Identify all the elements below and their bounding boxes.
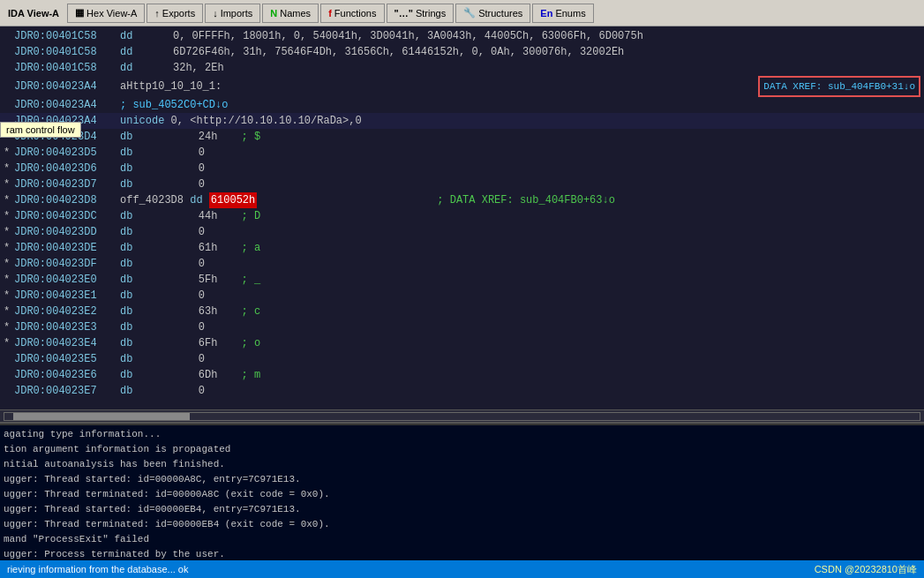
structures-tab[interactable]: 🔧 Structures — [455, 4, 530, 23]
address: JDR0:00401C58 — [14, 28, 120, 44]
console-line: mand "ProcessExit" failed — [4, 532, 920, 547]
console-line: ugger: Thread terminated: id=00000EB4 (e… — [4, 517, 920, 532]
address: JDR0:004023E6 — [14, 367, 120, 383]
enums-tab[interactable]: En Enums — [532, 4, 593, 23]
bullet: * — [4, 288, 14, 304]
bullet — [4, 28, 14, 44]
horizontal-scrollbar[interactable] — [0, 409, 924, 422]
toolbar: IDA View-A ▦ Hex View-A ↑ Exports ↓ Impo… — [0, 0, 924, 26]
hscroll-thumb[interactable] — [13, 413, 190, 420]
bullet — [4, 351, 14, 367]
bullet: * — [4, 192, 14, 208]
mnemonic: dd — [120, 60, 173, 76]
mnemonic: db — [120, 288, 173, 304]
strings-label: Strings — [416, 8, 446, 19]
exports-icon: ↑ — [154, 8, 160, 19]
status-text-left: rieving information from the database...… — [7, 564, 188, 574]
address: JDR0:004023A4 — [14, 79, 120, 94]
operand: 0 — [173, 224, 920, 240]
operand: 0 — [173, 383, 920, 399]
structures-label: Structures — [478, 8, 522, 19]
bullet: * — [4, 176, 14, 192]
main-content: ram control flow JDR0:00401C58 dd 0, 0FF… — [0, 26, 924, 578]
mnemonic: db — [120, 176, 173, 192]
exports-tab[interactable]: ↑ Exports — [146, 4, 203, 23]
address: JDR0:004023E3 — [14, 319, 120, 335]
mnemonic: db — [120, 383, 173, 399]
mnemonic: db — [120, 319, 173, 335]
address: JDR0:004023D8 — [14, 192, 120, 208]
address: JDR0:004023A4 — [14, 97, 120, 113]
imports-tab[interactable]: ↓ Imports — [205, 4, 260, 23]
console-line: tion argument information is propagated — [4, 442, 920, 457]
address: JDR0:004023E0 — [14, 272, 120, 288]
address: JDR0:004023D5 — [14, 145, 120, 161]
mnemonic: db — [120, 367, 173, 383]
names-icon: N — [270, 8, 277, 19]
label-name: aHttp10_10_10_1: — [120, 79, 222, 94]
asm-line: * JDR0:004023E1 db 0 — [0, 288, 924, 304]
address: JDR0:00401C58 — [14, 44, 120, 60]
names-label: Names — [280, 8, 311, 19]
structures-icon: 🔧 — [463, 7, 476, 19]
address: JDR0:004023D7 — [14, 176, 120, 192]
asm-line: JDR0:004023A4 aHttp10_10_10_1: DATA XREF… — [0, 76, 924, 97]
status-text-right: CSDN @20232810首峰 — [815, 563, 917, 576]
asm-line: JDR0:00401C58 dd 32h, 2Eh — [0, 60, 924, 76]
console-line: agating type information... — [4, 427, 920, 442]
console-line: ugger: Process terminated by the user. — [4, 547, 920, 560]
hex-label: Hex View-A — [86, 8, 137, 19]
status-bar: rieving information from the database...… — [0, 560, 924, 578]
ram-control-tooltip: ram control flow — [0, 122, 81, 138]
xref-box: DATA XREF: sub_404FB0+31↓o — [758, 76, 920, 97]
asm-line: * JDR0:004023DD db 0 — [0, 224, 924, 240]
asm-line: JDR0:004023A4 ; sub_4052C0+CD↓o — [0, 97, 924, 113]
mnemonic: db — [120, 351, 173, 367]
bullet — [4, 383, 14, 399]
mnemonic: db — [120, 208, 173, 224]
mnemonic: dd — [120, 28, 173, 44]
address: JDR0:004023D6 — [14, 161, 120, 176]
asm-line: * JDR0:004023DF db 0 — [0, 256, 924, 272]
operand: 0 — [173, 319, 920, 335]
asm-line: JDR0:004023E5 db 0 — [0, 351, 924, 367]
address: JDR0:004023DD — [14, 224, 120, 240]
mnemonic: db — [120, 224, 173, 240]
mnemonic: db — [120, 256, 173, 272]
operand: 32h, 2Eh — [173, 60, 920, 76]
imports-icon: ↓ — [213, 8, 218, 19]
bullet — [4, 60, 14, 76]
bullet — [4, 367, 14, 383]
asm-line: JDR0:004023E7 db 0 — [0, 383, 924, 399]
bullet — [4, 44, 14, 60]
hex-view-tab[interactable]: ▦ Hex View-A — [67, 4, 145, 23]
asm-line: * JDR0:004023D7 db 0 — [0, 176, 924, 192]
enums-icon: En — [540, 8, 552, 19]
mnemonic: db — [120, 335, 173, 351]
mnemonic: db — [120, 272, 173, 288]
operand: 6D726F46h, 31h, 75646F4Dh, 31656Ch, 6144… — [173, 44, 920, 60]
xref-sub-comment: ; sub_4052C0+CD↓o — [120, 97, 228, 113]
bullet: * — [4, 319, 14, 335]
strings-tab[interactable]: "…" Strings — [387, 4, 454, 23]
asm-line: * JDR0:004023E0 db 5Fh ; _ — [0, 272, 924, 288]
operand: 0 — [173, 161, 920, 176]
ida-disassembly-view[interactable]: ram control flow JDR0:00401C58 dd 0, 0FF… — [0, 26, 924, 424]
disassembly-content: ram control flow JDR0:00401C58 dd 0, 0FF… — [0, 26, 924, 422]
hscroll-track[interactable] — [4, 412, 920, 421]
bullet — [4, 97, 14, 113]
hex-icon: ▦ — [75, 7, 84, 19]
console-line: ugger: Thread terminated: id=00000A8C (e… — [4, 487, 920, 502]
asm-line: JDR0:00401C58 dd 0, 0FFFFh, 18001h, 0, 5… — [0, 28, 924, 44]
bullet: * — [4, 161, 14, 176]
functions-tab[interactable]: f Functions — [320, 4, 384, 23]
dd-keyword: dd — [184, 192, 203, 208]
strings-icon: "…" — [394, 8, 413, 19]
exports-label: Exports — [162, 8, 195, 19]
ida-view-tab[interactable]: IDA View-A — [2, 5, 65, 21]
bullet — [4, 79, 14, 94]
address: JDR0:004023DC — [14, 208, 120, 224]
names-tab[interactable]: N Names — [262, 4, 319, 23]
console-line: ugger: Thread started: id=00000A8C, entr… — [4, 472, 920, 487]
operand: 61h ; a — [173, 240, 920, 256]
